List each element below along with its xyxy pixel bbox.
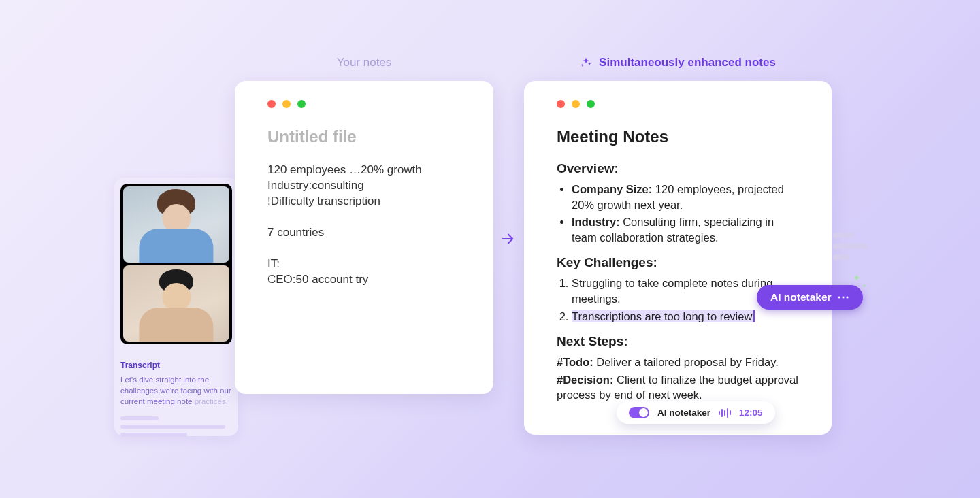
ai-toggle[interactable] (629, 407, 649, 418)
maximize-icon[interactable] (587, 100, 595, 108)
pill-time: 12:05 (739, 408, 763, 418)
decorative-lines (833, 233, 868, 265)
left-card-body: 120 employees …20% growth Industry:consu… (267, 163, 461, 288)
transcript-card: Transcript Let's dive straight into the … (114, 178, 238, 436)
transcript-skeleton (120, 416, 232, 437)
close-icon[interactable] (267, 100, 276, 108)
video-call-preview (120, 184, 232, 344)
next-step: #Decision: Client to finalize the budget… (557, 372, 799, 403)
your-notes-heading: Your notes (235, 56, 493, 69)
maximize-icon[interactable] (297, 100, 306, 108)
arrow-right-icon (500, 231, 515, 246)
overview-list: Company Size: 120 employees, projected 2… (557, 182, 799, 246)
transcript-label: Transcript (120, 361, 232, 370)
left-card-title: Untitled file (267, 127, 461, 146)
enhanced-notes-text: Simultaneously enhanced notes (599, 56, 776, 69)
enhanced-notes-heading: Simultaneously enhanced notes (524, 56, 832, 69)
overview-item: Company Size: 120 employees, projected 2… (572, 182, 799, 213)
sparkle-icon (860, 283, 868, 291)
video-tile-1 (123, 186, 229, 263)
ai-notetaker-tooltip[interactable]: AI notetaker (757, 285, 863, 310)
close-icon[interactable] (557, 100, 565, 108)
next-step: #Todo: Deliver a tailored proposal by Fr… (557, 354, 799, 369)
overview-item: Industry: Consulting firm, specializing … (572, 214, 799, 246)
ai-tooltip-label: AI notetaker (770, 291, 832, 303)
challenge-item: Transcriptions are too long to review (572, 309, 799, 325)
window-controls (557, 100, 799, 108)
waveform-icon (719, 408, 731, 418)
next-steps-heading: Next Steps: (557, 334, 799, 349)
ellipsis-icon (837, 291, 849, 303)
your-notes-card: Untitled file 120 employees …20% growth … (235, 81, 493, 394)
minimize-icon[interactable] (572, 100, 580, 108)
right-card-title: Meeting Notes (557, 127, 799, 146)
pill-label: AI notetaker (657, 408, 710, 418)
sparkle-icon (580, 56, 592, 69)
challenges-heading: Key Challenges: (557, 255, 799, 270)
ai-notetaker-pill[interactable]: AI notetaker 12:05 (617, 401, 775, 424)
minimize-icon[interactable] (282, 100, 291, 108)
transcript-text: Let's dive straight into the challenges … (120, 374, 232, 407)
video-tile-2 (123, 265, 229, 342)
overview-heading: Overview: (557, 161, 799, 176)
window-controls (267, 100, 461, 108)
enhanced-notes-card: Meeting Notes Overview: Company Size: 12… (524, 81, 832, 435)
